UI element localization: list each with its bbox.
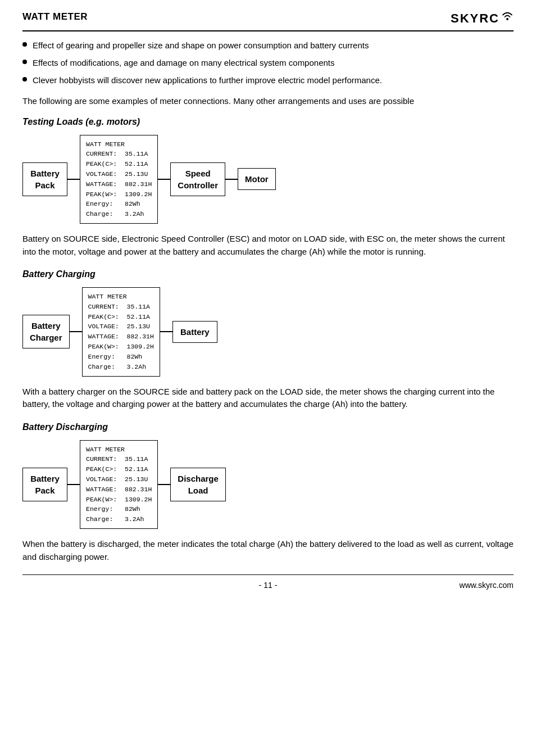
wifi-icon [501,10,514,24]
bullet-item-1: Effect of gearing and propeller size and… [22,39,514,51]
section3-left-box: BatteryPack [22,468,67,501]
section2-right-box: Battery [172,321,217,343]
section2-diagram: BatteryCharger WATT METER CURRENT: 35.11… [22,287,514,377]
section1-title: Testing Loads (e.g. motors) [22,117,514,127]
bullet-item-2: Effects of modifications, age and damage… [22,57,514,69]
section2-title: Battery Charging [22,269,514,279]
section2-description: With a battery charger on the SOURCE sid… [22,386,514,411]
bullet-dot [22,60,27,64]
section3-meter-display: WATT METER CURRENT: 35.11A PEAK(C>: 52.1… [80,440,158,529]
intro-paragraph: The following are some examples of meter… [22,95,514,108]
page-header: WATT METER SKYRC [22,11,514,31]
section1-description: Battery on SOURCE side, Electronic Speed… [22,233,514,258]
section1-left-box: BatteryPack [22,162,67,196]
section2-line1 [70,331,82,332]
section2-left-box: BatteryCharger [22,315,70,348]
logo: SKYRC [451,11,514,26]
section1-right-box1: SpeedController [170,162,225,196]
footer-url: www.skyrc.com [350,581,514,590]
section1-line3 [225,179,238,180]
section3-line2 [158,484,170,485]
section2-meter-display: WATT METER CURRENT: 35.11A PEAK(C>: 52.1… [82,287,160,377]
section1-motor-box: Motor [238,168,276,190]
page-title: WATT METER [22,11,88,22]
section3-diagram: BatteryPack WATT METER CURRENT: 35.11A P… [22,440,514,529]
bullet-list: Effect of gearing and propeller size and… [22,39,514,86]
bullet-item-3: Clever hobbyists will discover new appli… [22,74,514,86]
section1-line1 [67,179,80,180]
section1-meter-display: WATT METER CURRENT: 35.11A PEAK(C>: 52.1… [80,135,158,224]
page-number: - 11 - [186,581,349,590]
bullet-dot [22,42,27,47]
bullet-dot [22,77,27,82]
section1-line2 [158,179,170,180]
section3-title: Battery Discharging [22,422,514,432]
logo-text: SKYRC [451,11,499,26]
section3-description: When the battery is discharged, the mete… [22,538,514,563]
section3-right-box: DischargeLoad [170,468,226,501]
section3-line1 [67,484,80,485]
section2-line2 [160,331,172,332]
section1-diagram: BatteryPack WATT METER CURRENT: 35.11A P… [22,135,514,224]
svg-point-0 [506,18,508,20]
page-footer: - 11 - www.skyrc.com [22,574,514,590]
